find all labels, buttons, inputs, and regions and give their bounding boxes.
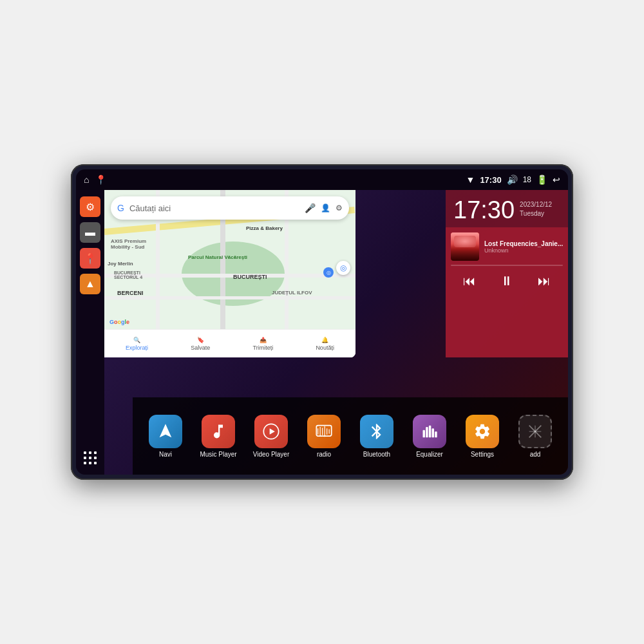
battery-icon: 🔋 [536,175,547,185]
music-text: Lost Frequencies_Janie... Unknown [484,240,563,254]
add-label: add [530,451,541,458]
svg-rect-0 [84,451,86,454]
home-icon[interactable]: ⌂ [84,175,89,185]
next-button[interactable]: ⏭ [535,271,553,291]
video-label: Video Player [253,451,290,458]
svg-rect-6 [84,462,86,464]
music-info-row: Lost Frequencies_Janie... Unknown [451,232,563,261]
add-icon [518,415,552,448]
settings-label: Settings [471,451,494,458]
svg-marker-10 [270,428,275,434]
volume-icon: 🔊 [507,175,518,185]
settings-icon [466,415,499,448]
map-share[interactable]: 📤 Trimiteți [253,337,274,351]
map-widget[interactable]: AXIS PremiumMobility - Sud Pizza & Baker… [104,190,355,357]
svg-rect-1 [89,451,91,454]
album-art-image [451,232,479,261]
map-account-icon[interactable]: 👤 [321,204,330,213]
svg-rect-21 [432,428,435,437]
sidebar-settings[interactable]: ⚙ [80,196,100,217]
clock-section: 17:30 2023/12/12 Tuesday [446,190,568,227]
svg-rect-5 [94,457,97,459]
app-grid: Navi Music Player [133,397,568,475]
video-icon [254,415,288,448]
app-radio[interactable]: radio [305,415,343,458]
radio-icon [307,415,341,448]
app-settings[interactable]: Settings [463,415,502,458]
music-title: Lost Frequencies_Janie... [484,240,563,247]
music-progress-bar[interactable] [451,265,563,266]
pause-button[interactable]: ⏸ [498,271,516,291]
maps-icon[interactable]: 📍 [95,175,106,185]
map-search-text: Căutați aici [129,204,299,213]
bluetooth-icon [360,415,393,448]
status-right: ▼ 17:30 🔊 18 🔋 ↩ [466,175,560,185]
center-area: AXIS PremiumMobility - Sud Pizza & Baker… [104,190,568,475]
svg-rect-22 [435,431,437,437]
sidebar-files[interactable]: ▬ [80,222,100,243]
svg-rect-19 [426,427,428,437]
radio-label: radio [317,451,331,458]
map-news[interactable]: 🔔 Noutăți [316,337,334,351]
navi-label: Navi [159,451,172,458]
bluetooth-label: Bluetooth [363,451,390,458]
map-bottom-bar: 🔍 Explorați 🔖 Salvate 📤 Trimiteți � [104,329,355,357]
music-icon [202,415,235,448]
prev-button[interactable]: ⏮ [460,271,478,291]
music-label: Music Player [200,451,236,458]
main-content: ⚙ ▬ 📍 ▲ [76,190,568,475]
app-navi[interactable]: Navi [146,415,185,458]
map-settings-icon[interactable]: ⚙ [336,204,343,213]
map-mic-icon[interactable]: 🎤 [305,203,316,213]
back-icon[interactable]: ↩ [553,175,560,185]
navi-icon [149,415,182,448]
equalizer-label: Equalizer [416,451,443,458]
sidebar-map[interactable]: 📍 [80,248,100,269]
sidebar-apps[interactable] [80,448,100,468]
status-bar: ⌂ 📍 ▼ 17:30 🔊 18 🔋 ↩ [76,169,568,190]
right-panel: 17:30 2023/12/12 Tuesday [446,190,568,357]
svg-rect-2 [94,451,97,454]
svg-rect-18 [423,430,426,437]
svg-rect-7 [89,462,91,464]
music-controls: ⏮ ⏸ ⏭ [451,271,563,291]
album-art [451,232,479,261]
sidebar-nav[interactable]: ▲ [80,274,100,294]
clock-date: 2023/12/12 Tuesday [520,200,552,218]
app-add[interactable]: add [516,415,554,458]
svg-rect-4 [89,457,91,459]
clock-time: 17:30 [453,198,515,222]
music-artist: Unknown [484,247,563,254]
app-equalizer[interactable]: Equalizer [410,415,449,458]
map-saved[interactable]: 🔖 Salvate [191,337,210,351]
device-screen: ⌂ 📍 ▼ 17:30 🔊 18 🔋 ↩ [76,169,568,475]
map-explore[interactable]: 🔍 Explorați [126,337,148,351]
sidebar: ⚙ ▬ 📍 ▲ [76,190,104,475]
svg-rect-20 [429,425,431,437]
wifi-icon: ▼ [466,175,475,185]
status-time: 17:30 [480,175,501,185]
equalizer-icon [413,415,446,448]
app-music[interactable]: Music Player [199,415,238,458]
app-video[interactable]: Video Player [252,415,290,458]
map-google-icon: G [117,203,124,213]
status-left: ⌂ 📍 [84,175,106,185]
svg-rect-3 [84,457,86,459]
music-section: Lost Frequencies_Janie... Unknown ⏮ ⏸ ⏭ [446,227,568,357]
svg-rect-8 [94,462,97,464]
map-search-bar[interactable]: G Căutați aici 🎤 👤 ⚙ [111,196,349,220]
battery-count: 18 [523,175,531,184]
device-outer: ⌂ 📍 ▼ 17:30 🔊 18 🔋 ↩ [71,164,573,480]
app-bluetooth[interactable]: Bluetooth [357,415,396,458]
